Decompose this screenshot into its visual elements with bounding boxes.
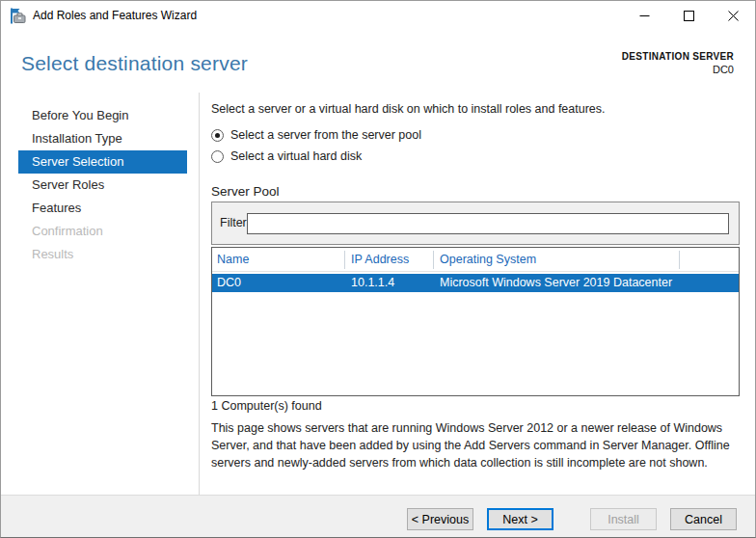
radio-selected-icon[interactable]	[211, 129, 224, 142]
sidebar-item-results: Results	[1, 243, 199, 266]
install-button: Install	[590, 508, 657, 530]
page-description: This page shows servers that are running…	[211, 419, 743, 471]
destination-server-label: DESTINATION SERVER	[622, 51, 734, 62]
title-bar[interactable]: Add Roles and Features Wizard	[1, 1, 755, 31]
server-pool-title: Server Pool	[211, 184, 280, 199]
radio-server-pool-label: Select a server from the server pool	[230, 128, 421, 142]
next-button[interactable]: Next >	[487, 508, 554, 530]
filter-panel: Filter:	[211, 202, 740, 245]
column-header-operating-system[interactable]: Operating System	[434, 251, 680, 269]
sidebar-item-server-roles[interactable]: Server Roles	[1, 174, 199, 197]
maximize-button[interactable]	[666, 1, 711, 31]
cell-server-ip: 10.1.1.4	[345, 274, 434, 292]
computers-found-text: 1 Computer(s) found	[211, 399, 322, 413]
sidebar-item-before-you-begin[interactable]: Before You Begin	[1, 104, 199, 127]
filter-input[interactable]	[247, 213, 729, 234]
sidebar-item-confirmation: Confirmation	[1, 220, 199, 243]
table-header-row: Name IP Address Operating System	[212, 248, 739, 272]
destination-server-value: DC0	[622, 64, 734, 75]
cell-server-name: DC0	[212, 274, 345, 292]
cell-server-os: Microsoft Windows Server 2019 Datacenter	[434, 274, 680, 292]
footer-bar: < Previous Next > Install Cancel	[1, 495, 755, 538]
server-manager-icon	[10, 8, 26, 24]
minimize-button[interactable]	[622, 1, 666, 31]
column-header-spacer	[680, 251, 739, 269]
sidebar-item-features[interactable]: Features	[1, 197, 199, 220]
close-button[interactable]	[711, 1, 755, 31]
radio-vhd-label: Select a virtual hard disk	[230, 149, 362, 163]
column-header-name[interactable]: Name	[212, 251, 345, 269]
radio-unselected-icon[interactable]	[211, 150, 224, 163]
destination-server-block: DESTINATION SERVER DC0	[622, 51, 734, 75]
filter-label: Filter:	[220, 216, 250, 229]
sidebar-item-server-selection[interactable]: Server Selection	[18, 150, 187, 174]
column-header-ip-address[interactable]: IP Address	[345, 251, 434, 269]
sidebar-divider	[199, 93, 200, 495]
radio-select-server-pool[interactable]: Select a server from the server pool	[211, 128, 421, 142]
window-title: Add Roles and Features Wizard	[33, 9, 197, 22]
cancel-button[interactable]: Cancel	[670, 508, 737, 530]
wizard-steps-sidebar: Before You Begin Installation Type Serve…	[1, 104, 199, 266]
intro-text: Select a server or a virtual hard disk o…	[211, 102, 742, 116]
table-row[interactable]: DC0 10.1.1.4 Microsoft Windows Server 20…	[212, 274, 739, 292]
sidebar-item-installation-type[interactable]: Installation Type	[1, 127, 199, 150]
server-pool-table[interactable]: Name IP Address Operating System DC0 10.…	[211, 247, 740, 396]
radio-select-vhd[interactable]: Select a virtual hard disk	[211, 149, 362, 163]
wizard-window: Add Roles and Features Wizard Select des…	[0, 0, 756, 538]
previous-button[interactable]: < Previous	[407, 508, 473, 530]
page-title: Select destination server	[21, 52, 248, 75]
